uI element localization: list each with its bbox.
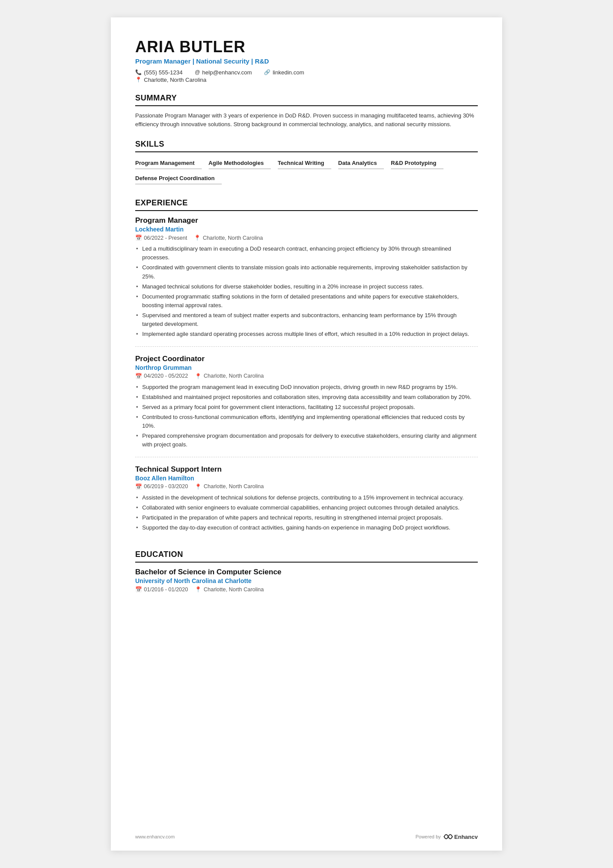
job-entry: Technical Support InternBooz Allen Hamil… xyxy=(135,465,478,540)
linkedin-contact[interactable]: 🔗 linkedin.com xyxy=(264,69,304,76)
job-dates-item: 📅 06/2022 - Present xyxy=(135,235,187,241)
candidate-name: ARIA BUTLER xyxy=(135,38,478,56)
job-bullets: Assisted in the development of technical… xyxy=(135,493,478,533)
education-heading: EDUCATION xyxy=(135,550,478,563)
bullet-item: Contributed to cross-functional communic… xyxy=(135,413,478,430)
linkedin-url: linkedin.com xyxy=(273,69,304,76)
edu-school: University of North Carolina at Charlott… xyxy=(135,577,478,584)
location-icon: 📍 xyxy=(135,77,142,83)
candidate-title: Program Manager | National Security | R&… xyxy=(135,57,478,65)
jobs-container: Program ManagerLockheed Martin 📅 06/2022… xyxy=(135,216,478,540)
phone-icon: 📞 xyxy=(135,69,142,75)
job-title: Technical Support Intern xyxy=(135,465,478,474)
bullet-item: Managed technical solutions for diverse … xyxy=(135,282,478,291)
location-icon: 📍 xyxy=(194,235,201,241)
powered-by-section: Powered by Enhancv xyxy=(416,833,478,840)
experience-heading: EXPERIENCE xyxy=(135,198,478,211)
calendar-icon: 📅 xyxy=(135,586,142,593)
phone-number: (555) 555-1234 xyxy=(144,69,183,76)
bullet-item: Collaborated with senior engineers to ev… xyxy=(135,503,478,512)
bullet-item: Implemented agile standard operating pro… xyxy=(135,330,478,338)
summary-section: SUMMARY Passionate Program Manager with … xyxy=(135,94,478,130)
location-row: 📍 Charlotte, North Carolina xyxy=(135,77,478,83)
edu-location: Charlotte, North Carolina xyxy=(203,586,263,593)
email-address: help@enhancv.com xyxy=(202,69,252,76)
job-dates-item: 📅 06/2019 - 03/2020 xyxy=(135,483,188,490)
location-icon: 📍 xyxy=(195,373,202,379)
job-dates: 04/2020 - 05/2022 xyxy=(144,373,188,379)
skills-section: SKILLS Program ManagementAgile Methodolo… xyxy=(135,140,478,188)
enhancv-logo: Enhancv xyxy=(443,833,478,840)
skill-item: Program Management xyxy=(135,158,202,169)
job-title: Program Manager xyxy=(135,216,478,225)
job-entry: Program ManagerLockheed Martin 📅 06/2022… xyxy=(135,216,478,346)
calendar-icon: 📅 xyxy=(135,483,142,490)
bullet-item: Assisted in the development of technical… xyxy=(135,493,478,502)
job-location-item: 📍 Charlotte, North Carolina xyxy=(195,373,263,379)
email-icon: @ xyxy=(195,69,200,75)
bullet-item: Served as a primary focal point for gove… xyxy=(135,403,478,412)
edu-dates: 01/2016 - 01/2020 xyxy=(144,586,188,593)
bullet-item: Participated in the preparation of white… xyxy=(135,513,478,522)
job-location: Charlotte, North Carolina xyxy=(203,483,263,489)
edu-degree: Bachelor of Science in Computer Science xyxy=(135,568,478,576)
job-entry: Project CoordinatorNorthrop Grumman 📅 04… xyxy=(135,355,478,457)
bullet-item: Coordinated with government clients to t… xyxy=(135,263,478,281)
job-location: Charlotte, North Carolina xyxy=(203,373,263,379)
job-company: Booz Allen Hamilton xyxy=(135,475,478,482)
job-title: Project Coordinator xyxy=(135,355,478,363)
bullet-item: Established and maintained project repos… xyxy=(135,393,478,402)
location-text: Charlotte, North Carolina xyxy=(144,77,207,83)
job-dates: 06/2019 - 03/2020 xyxy=(144,483,188,489)
job-meta: 📅 06/2022 - Present 📍 Charlotte, North C… xyxy=(135,235,478,241)
job-location-item: 📍 Charlotte, North Carolina xyxy=(195,483,263,490)
bullet-item: Documented programmatic staffing solutio… xyxy=(135,292,478,310)
location-icon: 📍 xyxy=(195,483,202,490)
page-footer: www.enhancv.com Powered by Enhancv xyxy=(135,833,478,840)
job-dates-item: 📅 04/2020 - 05/2022 xyxy=(135,373,188,379)
summary-text: Passionate Program Manager with 3 years … xyxy=(135,111,478,130)
edu-location-icon: 📍 xyxy=(195,586,202,593)
bullet-item: Prepared comprehensive program documenta… xyxy=(135,432,478,449)
bullet-item: Supervised and mentored a team of subjec… xyxy=(135,311,478,328)
calendar-icon: 📅 xyxy=(135,235,142,241)
email-contact: @ help@enhancv.com xyxy=(195,69,252,76)
job-company: Lockheed Martin xyxy=(135,226,478,233)
edu-dates-item: 📅 01/2016 - 01/2020 xyxy=(135,586,188,593)
summary-heading: SUMMARY xyxy=(135,94,478,106)
phone-contact: 📞 (555) 555-1234 xyxy=(135,69,183,76)
powered-by-label: Powered by xyxy=(416,834,441,839)
bullet-item: Supported the day-to-day execution of co… xyxy=(135,523,478,532)
skill-item: Agile Methodologies xyxy=(209,158,271,169)
job-location-item: 📍 Charlotte, North Carolina xyxy=(194,235,263,241)
footer-website: www.enhancv.com xyxy=(135,834,175,839)
job-company: Northrop Grumman xyxy=(135,364,478,371)
bullet-item: Supported the program management lead in… xyxy=(135,383,478,392)
contact-row: 📞 (555) 555-1234 @ help@enhancv.com 🔗 li… xyxy=(135,69,478,76)
experience-section: EXPERIENCE Program ManagerLockheed Marti… xyxy=(135,198,478,540)
edu-meta: 📅 01/2016 - 01/2020 📍 Charlotte, North C… xyxy=(135,586,478,593)
link-icon: 🔗 xyxy=(264,69,270,75)
skills-grid: Program ManagementAgile MethodologiesTec… xyxy=(135,158,478,188)
job-bullets: Led a multidisciplinary team in executin… xyxy=(135,245,478,338)
edu-location-item: 📍 Charlotte, North Carolina xyxy=(195,586,263,593)
skill-item: Defense Project Coordination xyxy=(135,173,222,184)
skill-item: Technical Writing xyxy=(278,158,331,169)
location-contact: 📍 Charlotte, North Carolina xyxy=(135,77,207,83)
job-dates: 06/2022 - Present xyxy=(144,235,187,241)
bullet-item: Led a multidisciplinary team in executin… xyxy=(135,245,478,262)
header: ARIA BUTLER Program Manager | National S… xyxy=(135,38,478,83)
job-bullets: Supported the program management lead in… xyxy=(135,383,478,449)
job-location: Charlotte, North Carolina xyxy=(203,235,263,241)
enhancv-brand-name: Enhancv xyxy=(454,834,478,840)
skill-item: R&D Prototyping xyxy=(391,158,443,169)
job-meta: 📅 04/2020 - 05/2022 📍 Charlotte, North C… xyxy=(135,373,478,379)
enhancv-logo-icon xyxy=(443,833,453,840)
skills-heading: SKILLS xyxy=(135,140,478,152)
resume-page: ARIA BUTLER Program Manager | National S… xyxy=(111,17,502,851)
education-section: EDUCATION Bachelor of Science in Compute… xyxy=(135,550,478,593)
education-entry: Bachelor of Science in Computer Science … xyxy=(135,568,478,593)
skill-item: Data Analytics xyxy=(338,158,384,169)
job-meta: 📅 06/2019 - 03/2020 📍 Charlotte, North C… xyxy=(135,483,478,490)
calendar-icon: 📅 xyxy=(135,373,142,379)
